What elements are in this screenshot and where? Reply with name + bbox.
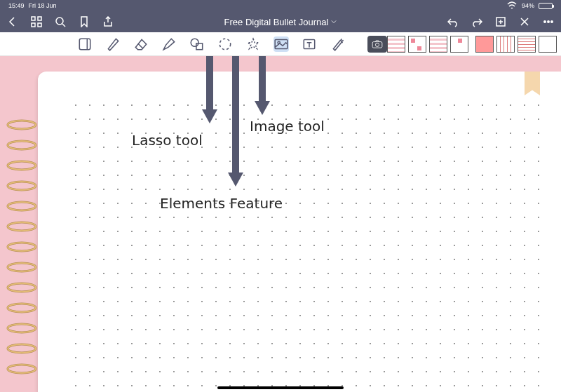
svg-point-12 bbox=[219, 39, 230, 49]
camera-button[interactable] bbox=[367, 36, 387, 53]
editing-toolbar bbox=[0, 32, 561, 56]
svg-point-8 bbox=[551, 21, 553, 22]
page-thumb[interactable] bbox=[496, 36, 515, 53]
document-title-dropdown[interactable]: Free Digital Bullet Journal bbox=[114, 17, 447, 27]
svg-point-35 bbox=[8, 283, 36, 292]
svg-point-29 bbox=[8, 222, 36, 231]
ipad-status-bar: 15:49 Fri 18 Jun 94% bbox=[0, 0, 561, 11]
svg-rect-2 bbox=[32, 23, 35, 27]
svg-rect-11 bbox=[196, 43, 203, 49]
svg-rect-0 bbox=[32, 17, 35, 20]
svg-point-7 bbox=[548, 21, 549, 22]
more-icon[interactable] bbox=[543, 16, 554, 27]
app-header: Free Digital Bullet Journal bbox=[0, 11, 561, 32]
svg-rect-3 bbox=[38, 23, 41, 27]
search-icon[interactable] bbox=[55, 16, 66, 27]
svg-point-19 bbox=[8, 121, 36, 129]
canvas-area[interactable]: Lasso tool Elements Feature Image tool bbox=[0, 56, 561, 392]
redo-icon[interactable] bbox=[471, 16, 482, 27]
svg-point-27 bbox=[8, 202, 36, 210]
wifi-icon bbox=[506, 0, 518, 11]
page-thumb[interactable] bbox=[408, 36, 426, 53]
back-icon[interactable] bbox=[7, 16, 18, 27]
annotation-image-label: Image tool bbox=[250, 118, 325, 135]
page-thumb[interactable] bbox=[387, 36, 405, 53]
close-icon[interactable] bbox=[519, 16, 530, 27]
chevron-down-icon bbox=[331, 19, 337, 25]
svg-point-43 bbox=[8, 365, 36, 373]
svg-point-21 bbox=[8, 141, 36, 149]
highlighter-tool[interactable] bbox=[161, 36, 177, 52]
status-battery-pct: 94% bbox=[522, 2, 534, 9]
document-title: Free Digital Bullet Journal bbox=[224, 17, 329, 27]
eraser-tool[interactable] bbox=[133, 36, 149, 52]
notebook-spiral bbox=[6, 119, 39, 374]
bookmark-icon[interactable] bbox=[79, 16, 90, 27]
svg-point-4 bbox=[56, 18, 63, 25]
svg-point-37 bbox=[8, 304, 36, 312]
home-indicator[interactable] bbox=[217, 386, 344, 389]
read-only-tool[interactable] bbox=[77, 36, 93, 52]
svg-point-31 bbox=[8, 243, 36, 251]
svg-point-33 bbox=[8, 263, 36, 271]
pen-tool[interactable] bbox=[105, 36, 121, 52]
svg-point-6 bbox=[544, 21, 546, 22]
status-time: 15:49 bbox=[8, 2, 25, 9]
svg-rect-9 bbox=[79, 39, 90, 49]
share-icon[interactable] bbox=[102, 16, 114, 27]
svg-rect-1 bbox=[38, 17, 41, 20]
svg-point-10 bbox=[191, 39, 198, 46]
undo-icon[interactable] bbox=[447, 16, 459, 27]
shapes-tool[interactable] bbox=[189, 36, 205, 52]
page-thumb[interactable] bbox=[450, 36, 468, 53]
status-date: Fri 18 Jun bbox=[29, 2, 57, 9]
page-thumb[interactable] bbox=[518, 36, 536, 53]
page-thumb[interactable] bbox=[539, 36, 557, 53]
lasso-tool[interactable] bbox=[217, 36, 233, 52]
annotation-lasso-label: Lasso tool bbox=[132, 132, 203, 149]
svg-point-39 bbox=[8, 324, 36, 332]
svg-point-41 bbox=[8, 344, 36, 353]
annotation-elements-label: Elements Feature bbox=[160, 195, 283, 212]
page-thumb[interactable] bbox=[475, 36, 494, 53]
laser-tool[interactable] bbox=[330, 36, 345, 52]
library-icon[interactable] bbox=[31, 16, 42, 27]
svg-point-17 bbox=[375, 43, 379, 46]
svg-point-23 bbox=[8, 161, 36, 170]
image-tool[interactable] bbox=[273, 36, 289, 52]
page-thumbnails[interactable] bbox=[387, 36, 561, 53]
text-tool[interactable] bbox=[302, 36, 317, 52]
svg-point-25 bbox=[8, 182, 36, 190]
page-thumb[interactable] bbox=[429, 36, 447, 53]
add-page-icon[interactable] bbox=[495, 16, 506, 27]
battery-icon bbox=[539, 3, 553, 9]
elements-tool[interactable] bbox=[245, 36, 261, 52]
